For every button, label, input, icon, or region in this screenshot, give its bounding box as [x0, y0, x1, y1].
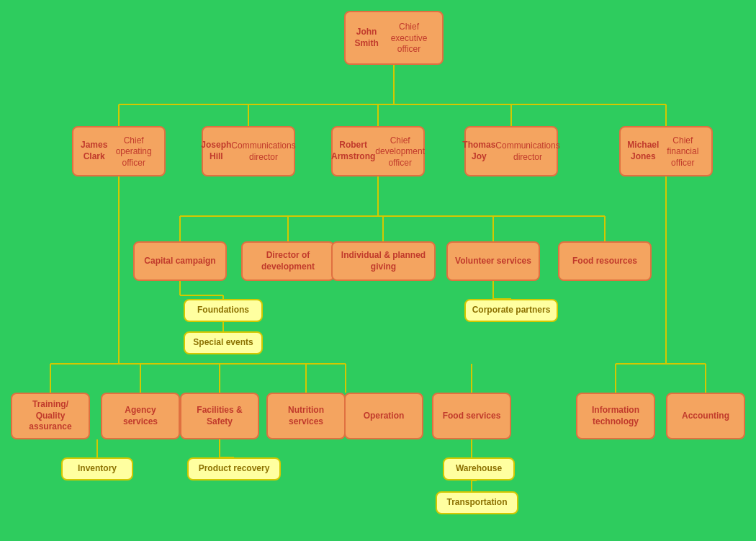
node-comm2: Thomas JoyCommunications director	[464, 126, 558, 176]
node-name-it: Information technology	[583, 405, 648, 427]
node-name-volunteer: Volunteer services	[455, 256, 531, 267]
node-training: Training/ Quality assurance	[11, 393, 90, 439]
node-name-operation: Operation	[364, 411, 405, 422]
node-name-individual: Individual & planned giving	[338, 250, 428, 272]
node-name-comm2: Thomas Joy	[462, 140, 495, 162]
node-accounting: Accounting	[666, 393, 745, 439]
node-title-cfo: Chief financial officer	[660, 135, 706, 169]
node-name-ceo: John Smith	[351, 27, 382, 49]
node-name-coo: James Clark	[79, 140, 109, 162]
node-title-ceo: Chief executive officer	[382, 22, 436, 55]
node-name-nutrition: Nutrition services	[274, 405, 338, 427]
node-agency: Agency services	[101, 393, 180, 439]
node-name-food_services: Food services	[443, 411, 501, 422]
node-name-director_dev: Director of development	[248, 250, 328, 272]
node-name-inventory: Inventory	[78, 463, 117, 475]
node-facilities: Facilities & Safety	[180, 393, 259, 439]
node-name-training: Training/ Quality assurance	[18, 399, 83, 433]
node-name-food_resources: Food resources	[572, 256, 637, 267]
node-cfo: Michael JonesChief financial officer	[619, 126, 713, 176]
node-individual: Individual & planned giving	[331, 241, 436, 281]
node-director_dev: Director of development	[241, 241, 335, 281]
node-volunteer: Volunteer services	[446, 241, 540, 281]
node-name-foundations: Foundations	[197, 305, 249, 316]
node-name-capital: Capital campaign	[144, 256, 215, 267]
node-name-facilities: Facilities & Safety	[187, 405, 252, 427]
node-it: Information technology	[576, 393, 655, 439]
node-corporate: Corporate partners	[464, 299, 558, 322]
node-food_services: Food services	[432, 393, 511, 439]
node-name-accounting: Accounting	[682, 411, 729, 422]
node-product_recovery: Product recovery	[187, 457, 281, 480]
node-name-warehouse: Warehouse	[456, 463, 502, 475]
node-operation: Operation	[344, 393, 423, 439]
org-chart: John SmithChief executive officerJames C…	[0, 0, 756, 541]
node-name-corporate: Corporate partners	[472, 305, 551, 316]
node-title-cdo: Chief development officer	[375, 135, 425, 169]
node-name-transportation: Transportation	[446, 497, 507, 509]
node-title-coo: Chief operating officer	[109, 135, 158, 169]
node-transportation: Transportation	[436, 491, 518, 514]
node-coo: James ClarkChief operating officer	[72, 126, 166, 176]
node-cdo: Robert ArmstrongChief development office…	[331, 126, 425, 176]
node-name-agency: Agency services	[108, 405, 173, 427]
node-name-special_events: Special events	[193, 337, 253, 349]
node-inventory: Inventory	[61, 457, 133, 480]
node-name-cfo: Michael Jones	[626, 140, 660, 162]
node-name-product_recovery: Product recovery	[199, 463, 270, 475]
node-food_resources: Food resources	[558, 241, 652, 281]
node-title-comm2: Communications director	[495, 140, 559, 163]
node-title-comm1: Communications director	[231, 140, 295, 163]
node-foundations: Foundations	[184, 299, 263, 322]
node-ceo: John SmithChief executive officer	[344, 11, 444, 65]
node-name-cdo: Robert Armstrong	[331, 140, 375, 162]
node-comm1: Joseph HillCommunications director	[202, 126, 295, 176]
node-warehouse: Warehouse	[443, 457, 515, 480]
node-nutrition: Nutrition services	[266, 393, 346, 439]
node-capital: Capital campaign	[133, 241, 227, 281]
node-special_events: Special events	[184, 331, 263, 354]
node-name-comm1: Joseph Hill	[201, 140, 231, 162]
